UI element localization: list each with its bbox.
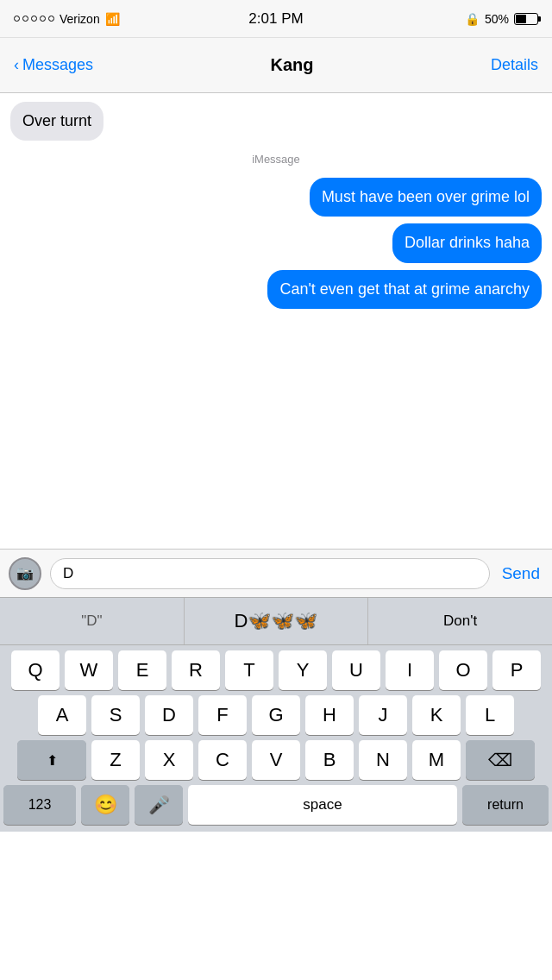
key-g[interactable]: G [252,695,300,735]
wifi-icon: 📶 [105,12,120,26]
key-s[interactable]: S [91,695,140,735]
battery-bar [514,13,538,25]
message-input[interactable] [50,558,490,589]
key-o[interactable]: O [439,650,487,690]
keyboard: Q W E R T Y U I O P A S D F G H J K L ⬆ … [0,645,552,832]
return-key[interactable]: return [462,785,549,825]
key-t[interactable]: T [225,650,273,690]
status-left: Verizon 📶 [14,12,120,26]
key-r[interactable]: R [172,650,220,690]
back-label: Messages [22,56,93,74]
autocomplete-item-0[interactable]: "D" [0,598,185,644]
mic-key[interactable]: 🎤 [135,785,183,825]
keyboard-bottom-row: 123 😊 🎤 space return [0,780,552,832]
input-area: 📷 Send [0,549,552,597]
status-bar: Verizon 📶 2:01 PM 🔒 50% [0,0,552,38]
keyboard-row-3: ⬆ Z X C V B N M ⌫ [0,735,552,780]
key-e[interactable]: E [118,650,166,690]
autocomplete-bar: "D" D🦋🦋🦋 Don't [0,597,552,645]
message-text: Over turnt [22,112,91,129]
message-text: Dollar drinks haha [405,234,530,251]
autocomplete-item-2[interactable]: Don't [368,598,552,644]
camera-icon: 📷 [16,565,34,581]
backspace-key[interactable]: ⌫ [466,740,535,780]
status-time: 2:01 PM [248,10,303,28]
key-u[interactable]: U [332,650,380,690]
key-h[interactable]: H [305,695,354,735]
key-p[interactable]: P [492,650,541,690]
key-w[interactable]: W [65,650,113,690]
key-c[interactable]: C [198,740,247,780]
lock-icon: 🔒 [465,12,480,26]
autocomplete-label-0: "D" [81,612,102,630]
keyboard-row-2: A S D F G H J K L [0,690,552,735]
key-d[interactable]: D [145,695,193,735]
emoji-key[interactable]: 😊 [81,785,129,825]
autocomplete-label-1: D🦋🦋🦋 [235,610,318,632]
battery-fill [516,15,526,23]
message-bubble-received: Over turnt [10,102,104,141]
key-a[interactable]: A [38,695,86,735]
back-chevron-icon: ‹ [14,56,19,74]
key-m[interactable]: M [412,740,461,780]
nav-title: Kang [271,55,314,75]
autocomplete-item-1[interactable]: D🦋🦋🦋 [185,598,369,644]
camera-button[interactable]: 📷 [9,557,41,590]
message-bubble-sent-2: Dollar drinks haha [392,223,542,262]
key-q[interactable]: Q [11,650,60,690]
numbers-key[interactable]: 123 [3,785,76,825]
key-l[interactable]: L [466,695,514,735]
message-bubble-sent-1: Must have been over grime lol [310,178,542,217]
signal-dots [14,16,54,22]
carrier-label: Verizon [60,12,100,26]
nav-bar: ‹ Messages Kang Details [0,38,552,93]
key-f[interactable]: F [198,695,247,735]
back-button[interactable]: ‹ Messages [14,56,93,74]
message-bubble-sent-3: Can't even get that at grime anarchy [267,270,542,309]
status-right: 🔒 50% [465,12,538,26]
battery-percent: 50% [485,12,509,26]
key-k[interactable]: K [412,695,461,735]
key-j[interactable]: J [359,695,407,735]
key-y[interactable]: Y [279,650,327,690]
key-z[interactable]: Z [91,740,140,780]
details-button[interactable]: Details [491,56,538,74]
key-b[interactable]: B [305,740,354,780]
autocomplete-label-2: Don't [443,612,477,630]
key-x[interactable]: X [145,740,193,780]
imessage-label: iMessage [252,153,300,166]
key-n[interactable]: N [359,740,407,780]
key-v[interactable]: V [252,740,300,780]
shift-key[interactable]: ⬆ [17,740,86,780]
key-i[interactable]: I [386,650,434,690]
message-text: Must have been over grime lol [322,188,530,205]
keyboard-row-1: Q W E R T Y U I O P [0,645,552,690]
messages-area: Over turnt iMessage Must have been over … [0,93,552,549]
space-key[interactable]: space [188,785,457,825]
message-text: Can't even get that at grime anarchy [279,280,530,298]
send-button[interactable]: Send [499,564,543,583]
